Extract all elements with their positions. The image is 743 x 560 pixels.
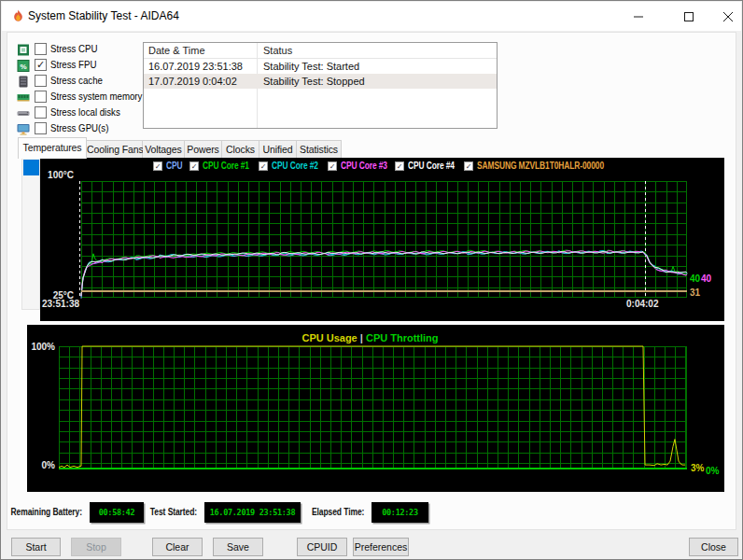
tab-clocks[interactable]: Clocks [222, 140, 259, 159]
tab-label: Unified [259, 144, 296, 155]
temp-y-max-label: 100°C [48, 170, 74, 180]
stress-checkbox[interactable] [35, 75, 47, 87]
window: System Stability Test - AIDA64 Stress CP… [0, 0, 743, 560]
series-value-label: 31 [690, 287, 700, 298]
log-status: Stability Test: Stopped [263, 76, 365, 87]
fpu-icon: % [17, 59, 30, 71]
series-cpu-core-4 [81, 252, 687, 297]
test-started-display: 16.07.2019 23:51:38 [204, 502, 301, 523]
cache-icon [17, 75, 30, 87]
test-log-header: Date & Time Status [144, 43, 497, 59]
clear-button[interactable]: Clear [152, 538, 203, 556]
save-button[interactable]: Save [213, 538, 263, 556]
stress-option-label: Stress GPU(s) [50, 120, 108, 136]
tab-label: Temperatures [19, 142, 86, 153]
tab-label: Powers [185, 144, 221, 155]
tab-label: Statistics [297, 144, 341, 155]
cpu-usage-chart: CPU Usage | CPU Throttling 100% 0% 3%0% [27, 325, 724, 492]
tab-unified[interactable]: Unified [259, 140, 297, 159]
disk-icon [17, 106, 30, 119]
temp-x-start-label: 23:51:38 [42, 299, 79, 309]
chart-scale-scrollbar[interactable] [21, 158, 40, 310]
close-button[interactable]: Close [689, 538, 738, 556]
test-started-label: Test Started: [150, 507, 197, 517]
battery-label: Remaining Battery: [11, 507, 82, 517]
series-value-label: 40 [690, 273, 700, 284]
preferences-button[interactable]: Preferences [353, 538, 409, 556]
minimize-button[interactable] [617, 3, 659, 31]
stress-option-label: Stress FPU [50, 57, 96, 73]
window-title: System Stability Test - AIDA64 [28, 2, 179, 31]
elapsed-label: Elapsed Time: [312, 507, 364, 517]
elapsed-display: 00:12:23 [372, 502, 428, 523]
close-window-button[interactable] [707, 3, 743, 31]
usage-y-min-label: 0% [42, 460, 55, 470]
maximize-button[interactable] [667, 3, 709, 31]
tab-label: Clocks [222, 144, 259, 155]
memory-icon [17, 91, 30, 103]
tab-cooling-fans[interactable]: Cooling Fans [87, 140, 143, 159]
titlebar: System Stability Test - AIDA64 [2, 2, 741, 31]
series-value-label: 40 [701, 273, 711, 284]
stress-checkbox[interactable] [35, 91, 47, 103]
series-value-label: 0% [706, 466, 719, 476]
log-datetime: 16.07.2019 23:51:38 [148, 61, 243, 72]
stress-option-label: Stress local disks [50, 105, 120, 120]
log-row[interactable]: 16.07.2019 23:51:38Stability Test: Start… [144, 59, 497, 74]
stress-checkbox[interactable] [35, 43, 47, 55]
test-log-list[interactable]: Date & Time Status 16.07.2019 23:51:38St… [143, 42, 498, 129]
stress-checkbox[interactable]: ✓ [35, 59, 47, 71]
chart-scale-thumb[interactable] [23, 160, 39, 175]
stress-option-label: Stress cache [50, 73, 103, 89]
stress-option-label: Stress CPU [50, 41, 98, 57]
temperature-chart: ✓CPU✓CPU Core #1✓CPU Core #2✓CPU Core #3… [40, 158, 724, 321]
tab-powers[interactable]: Powers [185, 140, 222, 159]
series-value-label: 3% [691, 463, 704, 473]
column-header-status[interactable]: Status [263, 45, 292, 56]
series-cpu-usage [59, 346, 685, 468]
stress-checkbox[interactable] [35, 106, 47, 119]
stress-option-label: Stress system memory [50, 89, 142, 105]
stress-checkbox[interactable] [35, 122, 47, 134]
tab-label: Voltages [143, 144, 184, 155]
usage-y-max-label: 100% [31, 342, 55, 352]
cpu-icon [17, 43, 30, 55]
tab-statistics[interactable]: Statistics [297, 140, 342, 159]
cpuid-button[interactable]: CPUID [297, 538, 347, 556]
log-status: Stability Test: Started [263, 61, 359, 72]
tab-label: Cooling Fans [87, 144, 142, 155]
log-row[interactable]: 17.07.2019 0:04:02Stability Test: Stoppe… [144, 74, 497, 89]
start-button[interactable]: Start [11, 538, 61, 556]
tab-temperatures[interactable]: Temperatures [18, 137, 87, 159]
column-header-datetime[interactable]: Date & Time [148, 45, 205, 56]
battery-display: 00:58:42 [90, 502, 144, 523]
stop-button: Stop [71, 538, 121, 556]
log-datetime: 17.07.2019 0:04:02 [148, 76, 237, 87]
series-cpu-core-3 [81, 251, 687, 297]
temp-x-end-label: 0:04:02 [626, 299, 658, 309]
series-cpu-core-1 [81, 250, 687, 294]
app-icon [11, 9, 25, 24]
svg-text:%: % [20, 63, 26, 71]
gpu-icon [17, 122, 30, 134]
tab-voltages[interactable]: Voltages [143, 140, 185, 159]
